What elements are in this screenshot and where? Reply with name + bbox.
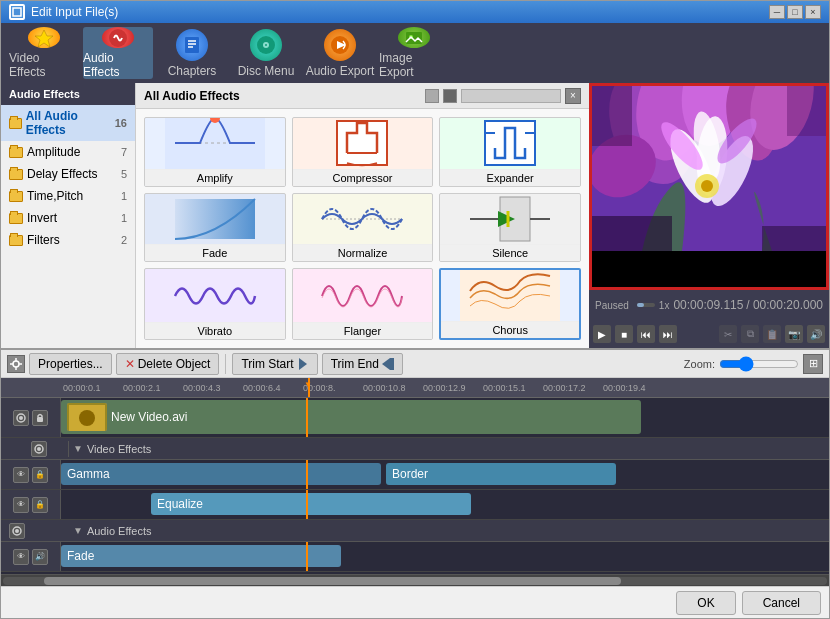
video-track-row: New Video.avi [1, 398, 829, 438]
transport-progress[interactable] [637, 303, 655, 307]
sidebar-item-time-pitch[interactable]: Time,Pitch 1 [1, 185, 135, 207]
effect-item-chorus[interactable]: Chorus [439, 268, 581, 340]
effect-item-silence[interactable]: Silence [439, 193, 581, 263]
svg-rect-23 [175, 199, 255, 239]
delete-object-button[interactable]: ✕ Delete Object [116, 353, 220, 375]
sidebar-item-invert[interactable]: Invert 1 [1, 207, 135, 229]
audio-effects-section-label: Audio Effects [87, 525, 152, 537]
gamma-clip[interactable]: Gamma [61, 463, 381, 485]
search-minimize-icon[interactable] [425, 89, 439, 103]
equalize-lock[interactable]: 🔒 [32, 497, 48, 513]
zoom-slider[interactable] [719, 356, 799, 372]
equalize-visibility[interactable]: 👁 [13, 497, 29, 513]
sidebar-item-filters[interactable]: Filters 2 [1, 229, 135, 251]
effect-item-amplify[interactable]: Amplify [144, 117, 286, 187]
timeline-scrollbar[interactable] [1, 574, 829, 586]
effect-thumb-expander [440, 118, 580, 169]
audio-effects-collapse[interactable]: ▼ [73, 525, 83, 536]
effect-item-compressor[interactable]: Compressor [292, 117, 434, 187]
svg-marker-61 [382, 358, 390, 370]
toolbar-image-export[interactable]: Image Export [379, 27, 449, 79]
toolbar-audio-export[interactable]: Audio Export [305, 27, 375, 79]
close-button[interactable]: × [805, 5, 821, 19]
zoom-fit-button[interactable]: ⊞ [803, 354, 823, 374]
transport-bar: Paused 1x 00:00:09.115 / 00:00:20.000 [589, 290, 829, 320]
effect-item-normalize[interactable]: Normalize [292, 193, 434, 263]
effect-expander-label: Expander [440, 169, 580, 186]
time-pitch-count: 1 [121, 190, 127, 202]
video-lock-button[interactable] [32, 410, 48, 426]
gamma-lock[interactable]: 🔒 [32, 467, 48, 483]
cut-button[interactable]: ✂ [719, 325, 737, 343]
ok-button[interactable]: OK [676, 591, 735, 615]
svg-point-70 [37, 447, 41, 451]
paste-button[interactable]: 📋 [763, 325, 781, 343]
gamma-visibility[interactable]: 👁 [13, 467, 29, 483]
disc-menu-icon [250, 29, 282, 61]
svg-rect-62 [390, 358, 394, 370]
trim-start-label: Trim Start [241, 357, 293, 371]
effects-header: All Audio Effects × [136, 83, 589, 109]
trim-end-button[interactable]: Trim End [322, 353, 403, 375]
prev-button[interactable]: ⏮ [637, 325, 655, 343]
play-button[interactable]: ▶ [593, 325, 611, 343]
sidebar-item-time-pitch-label: Time,Pitch [27, 189, 83, 203]
copy-button[interactable]: ⧉ [741, 325, 759, 343]
sidebar-item-delay-effects[interactable]: Delay Effects 5 [1, 163, 135, 185]
toolbar-video-effects[interactable]: Video Effects [9, 27, 79, 79]
fade-visibility[interactable]: 👁 [13, 549, 29, 565]
effect-normalize-label: Normalize [293, 244, 433, 261]
fade-audio-icon[interactable]: 🔊 [32, 549, 48, 565]
sidebar-item-amplitude[interactable]: Amplitude 7 [1, 141, 135, 163]
fade-clip[interactable]: Fade [61, 545, 341, 567]
video-visibility-toggle[interactable] [13, 410, 29, 426]
playback-controls: ▶ ■ ⏮ ⏭ ✂ ⧉ 📋 📷 🔊 [589, 320, 829, 348]
effect-item-expander[interactable]: Expander [439, 117, 581, 187]
toolbar-disc-menu[interactable]: Disc Menu [231, 27, 301, 79]
effect-vibrato-label: Vibrato [145, 322, 285, 339]
equalize-clip[interactable]: Equalize [151, 493, 471, 515]
trim-start-button[interactable]: Trim Start [232, 353, 317, 375]
video-effects-visibility[interactable] [31, 441, 47, 457]
playhead-fade [306, 542, 308, 571]
audio-effects-visibility[interactable] [9, 523, 25, 539]
toolbar-video-effects-label: Video Effects [9, 51, 79, 79]
effect-thumb-compressor [293, 118, 433, 169]
effect-amplify-label: Amplify [145, 169, 285, 186]
minimize-button[interactable]: ─ [769, 5, 785, 19]
stop-button[interactable]: ■ [615, 325, 633, 343]
video-effects-collapse[interactable]: ▼ [73, 443, 83, 454]
toolbar-audio-effects-label: Audio Effects [83, 51, 153, 79]
effect-item-fade[interactable]: Fade [144, 193, 286, 263]
trim-end-label: Trim End [331, 357, 379, 371]
scroll-thumb[interactable] [44, 577, 621, 585]
toolbar-chapters[interactable]: Chapters [157, 27, 227, 79]
maximize-button[interactable]: □ [787, 5, 803, 19]
main-toolbar: Video Effects Audio Effects Chapters Dis… [1, 23, 829, 83]
toolbar-audio-effects[interactable]: Audio Effects [83, 27, 153, 79]
playhead-indicator: ▼ [308, 378, 310, 397]
border-clip[interactable]: Border [386, 463, 616, 485]
settings-icon[interactable] [7, 355, 25, 373]
effect-chorus-label: Chorus [441, 321, 579, 338]
svg-rect-53 [592, 216, 672, 251]
scroll-bar[interactable] [461, 89, 561, 103]
gamma-track-lane: Gamma Border [61, 460, 829, 489]
effect-item-flanger[interactable]: Flanger [292, 268, 434, 340]
sidebar-item-all-audio-effects[interactable]: All Audio Effects 16 [1, 105, 135, 141]
effect-item-vibrato[interactable]: Vibrato [144, 268, 286, 340]
svg-point-10 [265, 44, 267, 46]
video-clip[interactable]: New Video.avi [61, 400, 641, 434]
equalize-track-row: 👁 🔒 Equalize [1, 490, 829, 520]
close-panel-icon[interactable]: × [565, 88, 581, 104]
next-button[interactable]: ⏭ [659, 325, 677, 343]
properties-button[interactable]: Properties... [29, 353, 112, 375]
cancel-button[interactable]: Cancel [742, 591, 821, 615]
all-audio-effects-count: 16 [115, 117, 127, 129]
snapshot-button[interactable]: 📷 [785, 325, 803, 343]
search-expand-icon[interactable] [443, 89, 457, 103]
video-preview [589, 83, 829, 290]
properties-label: Properties... [38, 357, 103, 371]
svg-point-64 [19, 416, 23, 420]
volume-button[interactable]: 🔊 [807, 325, 825, 343]
